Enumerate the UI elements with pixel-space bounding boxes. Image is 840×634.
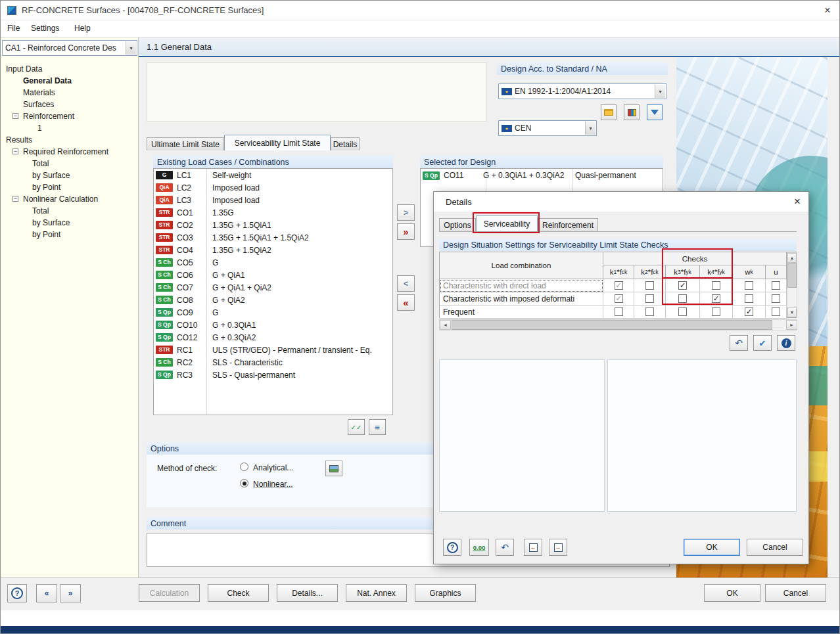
tree-item-input-data[interactable]: Input Data	[6, 64, 42, 74]
tree-item-nl-by-surface[interactable]: by Surface	[32, 217, 70, 228]
row-label-frequent[interactable]: Frequent	[440, 306, 603, 319]
previous-table-button[interactable]: «	[36, 584, 57, 602]
dialog-help-button[interactable]: ?	[443, 539, 461, 556]
load-case-row[interactable]: STRCO41.35G + 1.5QiA2	[154, 244, 392, 256]
tab-details[interactable]: Details	[331, 137, 360, 150]
annex-select[interactable]: ★ CEN ▾	[498, 120, 597, 136]
checkbox-k4fyk[interactable]	[712, 307, 720, 316]
collapse-icon[interactable]: −	[12, 113, 18, 119]
move-right-button[interactable]: >	[397, 204, 415, 221]
scroll-down-icon[interactable]: ▼	[787, 307, 797, 317]
load-case-row[interactable]: STRRC1ULS (STR/GEO) - Permanent / transi…	[154, 344, 392, 356]
tree-item-required-reinforcement[interactable]: Required Reinforcement	[23, 147, 108, 157]
apply-all-button[interactable]: ✔	[753, 335, 772, 351]
export-params-button[interactable]: →	[549, 539, 567, 556]
checkbox-u[interactable]	[772, 307, 780, 316]
tree-item-nl-by-point[interactable]: by Point	[32, 229, 60, 240]
checkbox-k2fck[interactable]	[645, 281, 654, 290]
tree-item-req-by-point[interactable]: by Point	[32, 182, 60, 192]
dialog-cancel-button[interactable]: Cancel	[747, 539, 803, 556]
load-case-row[interactable]: STRCO11.35G	[154, 206, 392, 219]
menu-help[interactable]: Help	[74, 24, 91, 33]
help-button[interactable]: ?	[7, 584, 27, 602]
selected-load-row[interactable]: S Qp CO11 G + 0.3QiA1 + 0.3QiA2 Quasi-pe…	[421, 169, 663, 182]
nonlinear-settings-button[interactable]	[325, 461, 342, 476]
dialog-tab-reinforcement[interactable]: Reinforcement	[538, 218, 598, 231]
tree-item-nonlinear-calculation[interactable]: Nonlinear Calculation	[23, 194, 98, 204]
move-all-left-button[interactable]: «	[397, 294, 415, 311]
load-case-row[interactable]: S QpCO12G + 0.3QiA2	[154, 331, 392, 344]
ok-button[interactable]: OK	[704, 584, 760, 602]
table-row[interactable]: Characteristic with imposed deformati ✓ …	[440, 292, 787, 306]
scroll-up-icon[interactable]: ▲	[787, 253, 797, 263]
tree-item-materials[interactable]: Materials	[23, 87, 55, 98]
checkbox-wk[interactable]	[745, 294, 753, 303]
load-case-row[interactable]: S ChCO8G + QiA2	[154, 294, 392, 306]
collapse-icon[interactable]: −	[12, 196, 18, 202]
nat-annex-button[interactable]: Nat. Annex	[346, 584, 407, 602]
load-case-row[interactable]: S QpCO10G + 0.3QiA1	[154, 319, 392, 331]
dialog-tab-options[interactable]: Options	[439, 218, 476, 231]
tree-item-req-total[interactable]: Total	[32, 158, 49, 169]
load-case-row[interactable]: STRCO31.35G + 1.5QiA1 + 1.5QiA2	[154, 231, 392, 244]
table-vertical-scrollbar[interactable]: ▲ ▼	[787, 252, 797, 317]
tree-item-reinforcement-1[interactable]: 1	[37, 123, 42, 133]
table-horizontal-scrollbar[interactable]: ◄ ►	[439, 319, 797, 330]
reset-defaults-button[interactable]: ↶	[730, 335, 748, 351]
checkbox-k4fyk[interactable]	[712, 281, 720, 290]
nonlinear-radio[interactable]	[240, 479, 248, 487]
checkbox-u[interactable]	[772, 294, 780, 303]
edit-combinations-button[interactable]: ≡	[369, 419, 386, 435]
dialog-tab-serviceability[interactable]: Serviceability	[476, 215, 538, 231]
row-label-characteristic-direct[interactable]: Characteristic with direct load	[440, 279, 603, 292]
collapse-icon[interactable]: −	[12, 148, 18, 154]
checkbox-k1fck[interactable]	[615, 307, 623, 316]
tree-item-req-by-surface[interactable]: by Surface	[32, 170, 70, 181]
tab-serviceability-limit-state[interactable]: Serviceability Limit State	[224, 135, 331, 150]
checkbox-k2fck[interactable]	[645, 294, 654, 303]
checkbox-k2fck[interactable]	[645, 307, 654, 316]
close-icon[interactable]: ×	[789, 194, 806, 209]
chevron-down-icon[interactable]: ▾	[585, 122, 595, 135]
tab-ultimate-limit-state[interactable]: Ultimate Limit State	[147, 137, 224, 150]
load-case-row[interactable]: S ChCO6G + QiA1	[154, 269, 392, 281]
units-button[interactable]: 0.00	[469, 539, 489, 556]
dialog-reset-button[interactable]: ↶	[496, 539, 514, 556]
menu-settings[interactable]: Settings	[31, 24, 59, 33]
tree-item-results[interactable]: Results	[6, 135, 32, 145]
import-params-button[interactable]: ←	[524, 539, 542, 556]
analytical-radio[interactable]	[240, 463, 248, 471]
calculation-button[interactable]: Calculation	[139, 584, 200, 602]
checkbox-k3fyk[interactable]: ✓	[678, 281, 687, 290]
load-case-row[interactable]: STRCO21.35G + 1.5QiA1	[154, 219, 392, 231]
chevron-down-icon[interactable]: ▾	[655, 85, 665, 98]
cancel-button[interactable]: Cancel	[765, 584, 826, 602]
row-label-characteristic-imposed[interactable]: Characteristic with imposed deformati	[440, 292, 603, 306]
nonlinear-label[interactable]: Nonlinear...	[253, 480, 293, 489]
load-case-row[interactable]: S ChRC2SLS - Characteristic	[154, 356, 392, 369]
close-icon[interactable]: ×	[820, 3, 835, 18]
checkbox-wk[interactable]: ✓	[745, 307, 753, 316]
scroll-left-icon[interactable]: ◄	[440, 320, 451, 330]
checkbox-k4fyk[interactable]: ✓	[712, 294, 720, 303]
table-row[interactable]: Frequent ✓	[440, 306, 787, 319]
new-annex-button[interactable]	[601, 104, 617, 120]
menu-file[interactable]: File	[7, 24, 20, 33]
checkbox-k1fck[interactable]: ✓	[615, 281, 623, 290]
scrollbar-thumb[interactable]	[787, 263, 797, 288]
move-all-right-button[interactable]: »	[397, 223, 415, 240]
checkbox-k3fyk[interactable]	[678, 307, 687, 316]
tree-item-general-data[interactable]: General Data	[23, 76, 72, 86]
edit-annex-button[interactable]	[624, 104, 640, 120]
tree-item-nl-total[interactable]: Total	[32, 206, 49, 216]
tree-item-reinforcement[interactable]: Reinforcement	[23, 111, 74, 122]
design-case-select[interactable]: CA1 - Reinforced Concrete Des ▾	[2, 40, 137, 56]
load-case-row[interactable]: GLC1Self-weight	[154, 169, 392, 181]
scroll-right-icon[interactable]: ►	[786, 320, 797, 330]
filter-standard-button[interactable]	[647, 104, 663, 120]
table-row[interactable]: Characteristic with direct load ✓ ✓	[440, 279, 787, 292]
load-case-row[interactable]: QiALC3Imposed load	[154, 194, 392, 206]
checkbox-u[interactable]	[772, 281, 780, 290]
tree-item-surfaces[interactable]: Surfaces	[23, 99, 54, 110]
load-case-row[interactable]: S QpRC3SLS - Quasi-permanent	[154, 369, 392, 381]
